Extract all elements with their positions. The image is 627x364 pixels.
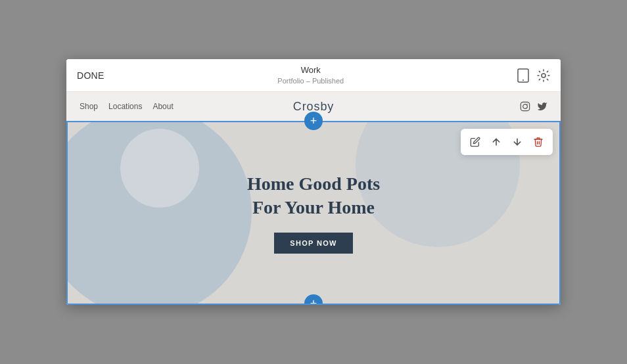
svg-rect-3 (521, 102, 529, 110)
svg-point-5 (527, 104, 528, 104)
page-title: Work (277, 65, 344, 76)
page-subtitle: Portfolio – Published (277, 76, 344, 85)
top-bar: DONE Work Portfolio – Published (66, 59, 561, 92)
hero-section: Home Good Pots For Your Home SHOP NOW (66, 121, 561, 305)
done-button[interactable]: DONE (77, 70, 104, 81)
delete-section-button[interactable] (529, 133, 547, 151)
hero-title: Home Good Pots For Your Home (247, 172, 380, 220)
website-preview: Shop Locations About Crosby + (66, 92, 561, 305)
settings-button[interactable] (537, 69, 550, 82)
editor-container: DONE Work Portfolio – Published (66, 59, 561, 305)
top-bar-actions (517, 68, 550, 83)
nav-link-about[interactable]: About (152, 102, 173, 111)
hero-cta-button[interactable]: SHOP NOW (274, 233, 352, 254)
nav-link-locations[interactable]: Locations (108, 102, 142, 111)
add-section-top-button[interactable]: + (304, 112, 323, 130)
svg-point-4 (523, 104, 528, 109)
move-down-button[interactable] (508, 133, 526, 151)
svg-point-2 (542, 74, 546, 78)
edit-section-button[interactable] (466, 133, 484, 151)
move-up-button[interactable] (487, 133, 505, 151)
nav-link-shop[interactable]: Shop (80, 102, 98, 111)
mobile-preview-button[interactable] (517, 68, 529, 83)
section-toolbar (461, 129, 553, 155)
top-bar-center: Work Portfolio – Published (277, 65, 344, 85)
instagram-icon[interactable] (520, 101, 530, 112)
svg-point-1 (522, 80, 524, 81)
nav-links: Shop Locations About (80, 102, 174, 111)
twitter-icon[interactable] (537, 101, 547, 112)
social-links (520, 101, 547, 112)
